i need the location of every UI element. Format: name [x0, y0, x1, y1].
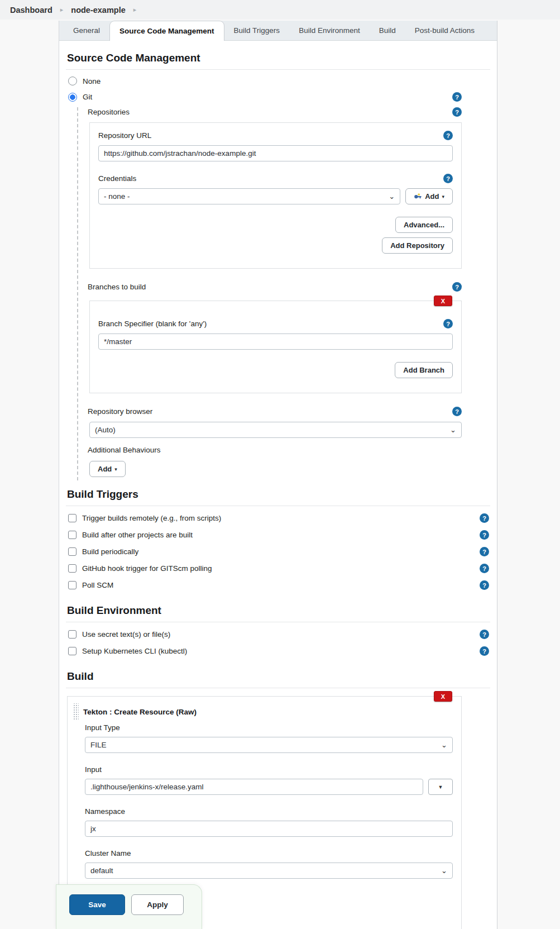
- radio-none[interactable]: [68, 77, 77, 85]
- trigger-github-hook-label[interactable]: GitHub hook trigger for GITScm polling: [82, 564, 212, 573]
- namespace-label: Namespace: [85, 807, 453, 816]
- trigger-after-projects-checkbox[interactable]: [68, 531, 76, 539]
- credentials-select[interactable]: - none - ⌄: [98, 188, 400, 204]
- cluster-name-select[interactable]: default ⌄: [85, 863, 453, 879]
- add-credentials-label: Add: [425, 192, 439, 201]
- advanced-button[interactable]: Advanced...: [395, 217, 453, 233]
- bottom-action-bar: Save Apply: [56, 884, 202, 929]
- help-icon[interactable]: ?: [480, 513, 489, 523]
- repository-url-label: Repository URL: [98, 131, 151, 140]
- repository-url-input[interactable]: [98, 145, 453, 161]
- scm-heading: Source Code Management: [66, 44, 490, 70]
- repository-browser-label: Repository browser: [88, 407, 152, 416]
- tab-build[interactable]: Build: [370, 21, 405, 40]
- help-icon[interactable]: ?: [480, 580, 489, 590]
- add-credentials-button[interactable]: Add ▾: [405, 188, 453, 204]
- kubernetes-cli-label[interactable]: Setup Kubernetes CLI (kubectl): [82, 647, 187, 655]
- save-button[interactable]: Save: [69, 894, 125, 915]
- help-icon[interactable]: ?: [480, 646, 489, 656]
- apply-button[interactable]: Apply: [131, 894, 184, 915]
- help-icon[interactable]: ?: [480, 530, 489, 540]
- radio-git[interactable]: [68, 93, 77, 102]
- additional-behaviours-label: Additional Behaviours: [88, 446, 161, 454]
- help-icon[interactable]: ?: [443, 319, 453, 328]
- trigger-remote-checkbox[interactable]: [68, 514, 76, 522]
- chevron-down-icon: ⌄: [441, 866, 447, 875]
- drag-handle-icon[interactable]: [73, 703, 79, 720]
- repository-browser-select[interactable]: (Auto) ⌄: [89, 422, 462, 438]
- help-icon[interactable]: ?: [452, 282, 462, 292]
- input-type-selected-value: FILE: [90, 741, 107, 749]
- build-step-title: Tekton : Create Resource (Raw): [83, 708, 197, 716]
- trigger-remote-label[interactable]: Trigger builds remotely (e.g., from scri…: [82, 514, 221, 522]
- secret-text-checkbox[interactable]: [68, 630, 76, 639]
- chevron-down-icon: ⌄: [450, 426, 456, 434]
- build-environment-heading: Build Environment: [66, 597, 490, 622]
- breadcrumb-caret-icon: ▸: [60, 6, 64, 13]
- namespace-input[interactable]: [85, 821, 453, 837]
- add-behaviour-label: Add: [98, 465, 112, 473]
- breadcrumb-item-dashboard[interactable]: Dashboard: [10, 6, 52, 15]
- input-type-label: Input Type: [85, 723, 453, 732]
- breadcrumb: Dashboard ▸ node-example ▸: [0, 0, 560, 20]
- input-label: Input: [85, 765, 453, 774]
- input-field[interactable]: [85, 779, 423, 795]
- chevron-down-icon: ⌄: [389, 192, 395, 201]
- repository-card: Repository URL ? Credentials ? - none - …: [89, 122, 462, 269]
- trigger-poll-scm-label[interactable]: Poll SCM: [82, 581, 113, 589]
- branch-specifier-label: Branch Specifier (blank for 'any'): [98, 320, 207, 328]
- caret-down-icon: ▾: [114, 466, 117, 472]
- delete-branch-button[interactable]: X: [434, 296, 452, 306]
- key-icon: [414, 193, 422, 200]
- trigger-periodically-label[interactable]: Build periodically: [82, 547, 138, 556]
- breadcrumb-caret-icon: ▸: [133, 6, 137, 13]
- config-panel: General Source Code Management Build Tri…: [59, 21, 497, 929]
- cluster-name-selected-value: default: [90, 866, 113, 875]
- help-icon[interactable]: ?: [452, 107, 462, 117]
- trigger-periodically-checkbox[interactable]: [68, 547, 76, 556]
- secret-text-label[interactable]: Use secret text(s) or file(s): [82, 630, 170, 639]
- help-icon[interactable]: ?: [480, 564, 489, 573]
- add-branch-button[interactable]: Add Branch: [395, 362, 453, 378]
- help-icon[interactable]: ?: [480, 547, 489, 556]
- repositories-label: Repositories: [88, 108, 130, 116]
- config-tab-bar: General Source Code Management Build Tri…: [59, 21, 497, 41]
- branch-specifier-input[interactable]: [98, 334, 453, 350]
- cluster-name-label: Cluster Name: [85, 849, 453, 857]
- caret-down-icon: ▾: [442, 194, 444, 199]
- tab-post-build-actions[interactable]: Post-build Actions: [405, 21, 484, 40]
- help-icon[interactable]: ?: [452, 92, 462, 102]
- chevron-down-icon: ⌄: [441, 741, 447, 749]
- add-repository-button[interactable]: Add Repository: [382, 237, 453, 254]
- radio-git-label[interactable]: Git: [83, 93, 92, 101]
- branches-to-build-label: Branches to build: [88, 283, 146, 291]
- trigger-github-hook-checkbox[interactable]: [68, 564, 76, 573]
- trigger-poll-scm-checkbox[interactable]: [68, 581, 76, 589]
- branch-card: X Branch Specifier (blank for 'any') ? A…: [89, 301, 462, 393]
- delete-build-step-button[interactable]: X: [434, 691, 452, 702]
- credentials-selected-value: - none -: [104, 192, 130, 201]
- build-heading: Build: [66, 663, 490, 688]
- help-icon[interactable]: ?: [443, 174, 453, 183]
- repository-browser-selected-value: (Auto): [95, 426, 116, 434]
- radio-none-label[interactable]: None: [83, 77, 100, 85]
- tab-general[interactable]: General: [64, 21, 109, 40]
- help-icon[interactable]: ?: [452, 407, 462, 416]
- trigger-after-projects-label[interactable]: Build after other projects are built: [82, 531, 193, 539]
- git-config-section: Repositories ? Repository URL ? Credenti…: [77, 107, 462, 480]
- help-icon[interactable]: ?: [480, 630, 489, 639]
- breadcrumb-item-job[interactable]: node-example: [71, 6, 126, 15]
- tab-build-environment[interactable]: Build Environment: [289, 21, 370, 40]
- add-behaviour-button[interactable]: Add ▾: [89, 461, 126, 477]
- credentials-label: Credentials: [98, 174, 136, 183]
- tab-source-code-management[interactable]: Source Code Management: [109, 21, 224, 41]
- input-type-select[interactable]: FILE ⌄: [85, 737, 453, 753]
- tab-build-triggers[interactable]: Build Triggers: [224, 21, 290, 40]
- input-dropdown-button[interactable]: ▼: [428, 779, 453, 795]
- help-icon[interactable]: ?: [443, 131, 453, 140]
- build-triggers-heading: Build Triggers: [66, 480, 490, 506]
- kubernetes-cli-checkbox[interactable]: [68, 647, 76, 655]
